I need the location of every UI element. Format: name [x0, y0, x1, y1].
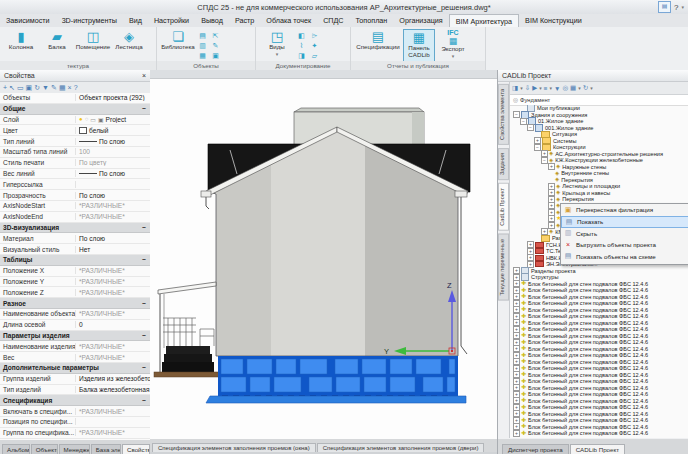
- tab-Объекты[interactable]: Объекты: [31, 444, 58, 454]
- views-button[interactable]: ◳ Виды ▾: [260, 29, 294, 60]
- property-value[interactable]: Изделия из железобетона: [76, 375, 150, 382]
- object-tool-icon[interactable]: ▤: [197, 31, 208, 40]
- tab-Диспетчер проекта[interactable]: Диспетчер проекта: [502, 444, 569, 454]
- play-icon[interactable]: ▶: [532, 84, 537, 92]
- column-button[interactable]: ▮ Колонна: [4, 29, 38, 60]
- tab-Менедже...[interactable]: Менедже...: [59, 444, 90, 454]
- property-value[interactable]: *РАЗЛИЧНЫЕ*: [76, 202, 150, 209]
- property-value[interactable]: белый: [76, 127, 150, 134]
- drawing-canvas[interactable]: Z Y Спецификация элементов заполнения пр…: [150, 70, 497, 454]
- property-row[interactable]: Наименование объекта*РАЗЛИЧНЫЕ*: [0, 309, 150, 320]
- property-value[interactable]: *РАЗЛИЧНЫЕ*: [76, 267, 150, 274]
- property-value[interactable]: *РАЗЛИЧНЫЕ*: [76, 310, 150, 317]
- collapse-icon[interactable]: −: [142, 397, 146, 404]
- grid-icon[interactable]: ▦: [59, 83, 66, 93]
- context-menu-item[interactable]: ▤Показать объекты на схеме: [561, 251, 688, 263]
- property-row[interactable]: Цветбелый: [0, 125, 150, 136]
- property-row[interactable]: Включать в специфи...*РАЗЛИЧНЫЕ*: [0, 406, 150, 417]
- menu-item-СПДС[interactable]: СПДС: [317, 14, 349, 27]
- menu-item-Облака точек[interactable]: Облака точек: [260, 14, 317, 27]
- property-value[interactable]: По слою: [76, 235, 150, 242]
- collapse-icon[interactable]: −: [142, 256, 146, 263]
- frame-icon[interactable]: ▭: [17, 83, 24, 93]
- sync-icon[interactable]: ↻: [583, 84, 588, 92]
- property-row[interactable]: МатериалПо слою: [0, 233, 150, 244]
- context-menu-item[interactable]: ▤Показать: [561, 216, 688, 228]
- vertical-tab-Текущие переменные[interactable]: Текущие переменные: [498, 234, 509, 301]
- collapse-icon[interactable]: −: [142, 300, 146, 307]
- menu-item-Организация[interactable]: Организация: [393, 14, 448, 27]
- caret-icon[interactable]: ▾: [549, 85, 552, 91]
- property-value[interactable]: По цвету: [76, 159, 150, 166]
- marker-tool-icon[interactable]: ▣: [210, 51, 221, 60]
- property-value[interactable]: *РАЗЛИЧНЫЕ*: [76, 278, 150, 285]
- list-icon[interactable]: ≡: [544, 85, 548, 92]
- building-section-drawing[interactable]: Z Y: [150, 78, 497, 430]
- pencil-icon[interactable]: ✎: [51, 83, 57, 93]
- context-menu-item[interactable]: ×Выгрузить объекты проекта: [561, 239, 688, 251]
- property-row[interactable]: AxisNodeStart*РАЗЛИЧНЫЕ*: [0, 201, 150, 212]
- property-row[interactable]: Тип линийПо слою: [0, 136, 150, 147]
- tab-Свойства[interactable]: Свойства: [122, 444, 150, 454]
- vertical-tab-CadLib Проект[interactable]: CadLib Проект: [498, 183, 509, 231]
- object-tool-icon[interactable]: ▥: [197, 41, 208, 50]
- property-value[interactable]: Балка железобетонная: [76, 386, 150, 393]
- quick-select-icon[interactable]: +: [3, 83, 7, 93]
- property-row[interactable]: Стиль печатиПо цвету: [0, 158, 150, 169]
- section-header[interactable]: Параметры изделия−: [0, 331, 150, 342]
- doc-tool-icon[interactable]: ◧: [296, 31, 307, 40]
- property-value[interactable]: ●○▭▣Project: [76, 116, 150, 123]
- property-row[interactable]: Длина осевой0: [0, 320, 150, 331]
- vertical-tab-Задания[interactable]: Задания: [498, 148, 509, 180]
- doc-tool-icon[interactable]: ✦: [309, 41, 320, 50]
- property-row[interactable]: Вес линийПо слою: [0, 169, 150, 180]
- expander-icon[interactable]: −: [541, 157, 548, 164]
- property-row[interactable]: Группа по специфика...*РАЗЛИЧНЫЕ*: [0, 428, 150, 439]
- close-icon[interactable]: ×: [142, 72, 146, 79]
- room-button[interactable]: ◫ Помещение: [76, 29, 110, 60]
- menu-item-BIM Архитектура[interactable]: BIM Архитектура: [449, 14, 519, 27]
- layout-tab[interactable]: Спецификация элементов заполнения проемо…: [317, 443, 485, 452]
- context-menu-item[interactable]: ▥Скрыть: [561, 228, 688, 240]
- property-row[interactable]: Позиция по специфи...: [0, 417, 150, 428]
- menu-item-BIM Конструкции[interactable]: BIM Конструкции: [519, 14, 588, 27]
- doc-tool-icon[interactable]: ▱: [309, 51, 320, 60]
- stairs-button[interactable]: ◈ Лестница: [112, 29, 146, 60]
- section-header[interactable]: Спецификация−: [0, 395, 150, 406]
- specifications-button[interactable]: ▤ Спецификации: [355, 29, 401, 60]
- property-value[interactable]: По слою: [76, 138, 150, 145]
- menu-item-Вывод[interactable]: Вывод: [195, 14, 229, 27]
- property-row[interactable]: Масштаб типа линий100: [0, 147, 150, 158]
- caret-icon[interactable]: ▾: [539, 85, 542, 91]
- property-row[interactable]: Слой●○▭▣Project: [0, 115, 150, 126]
- refresh-icon[interactable]: ↻: [34, 83, 40, 93]
- doc-tool-icon[interactable]: ⌇: [296, 41, 307, 50]
- property-value[interactable]: 0: [76, 321, 150, 328]
- property-row[interactable]: Визуальный стильНет: [0, 244, 150, 255]
- collapse-icon[interactable]: −: [142, 332, 146, 339]
- menu-item-Настройки[interactable]: Настройки: [148, 14, 195, 27]
- collapse-icon[interactable]: −: [142, 105, 146, 112]
- beam-button[interactable]: ▰ Балка: [40, 29, 74, 60]
- property-value[interactable]: 100: [76, 148, 150, 155]
- menu-item-Топоплан[interactable]: Топоплан: [350, 14, 394, 27]
- select-icon[interactable]: ↖: [9, 83, 15, 93]
- block-edit-icon[interactable]: ▣: [26, 83, 33, 93]
- filter-icon[interactable]: ▼: [42, 83, 49, 93]
- help-icon[interactable]: ?: [74, 83, 78, 93]
- property-row[interactable]: Наименование изделия*РАЗЛИЧНЫЕ*: [0, 341, 150, 352]
- expander-icon[interactable]: −: [527, 124, 534, 131]
- property-value[interactable]: Нет: [76, 246, 150, 253]
- property-value[interactable]: *РАЗЛИЧНЫЕ*: [76, 429, 150, 436]
- menu-item-Зависимости[interactable]: Зависимости: [0, 14, 56, 27]
- layout-tab[interactable]: Спецификация элементов заполнения проемо…: [152, 443, 316, 452]
- property-row[interactable]: Группа изделийИзделия из железобетона: [0, 374, 150, 385]
- cadlib-panel-button[interactable]: ▦ Панель CADLib: [403, 29, 435, 62]
- caret-icon[interactable]: ▾: [520, 85, 523, 91]
- expander-icon[interactable]: +: [513, 430, 520, 437]
- expander-icon[interactable]: +: [548, 163, 555, 170]
- property-row[interactable]: Положение Z*РАЗЛИЧНЫЕ*: [0, 287, 150, 298]
- property-value[interactable]: Объект проекта (292): [76, 94, 150, 101]
- property-row[interactable]: Положение X*РАЗЛИЧНЫЕ*: [0, 266, 150, 277]
- collapse-icon[interactable]: −: [142, 224, 146, 231]
